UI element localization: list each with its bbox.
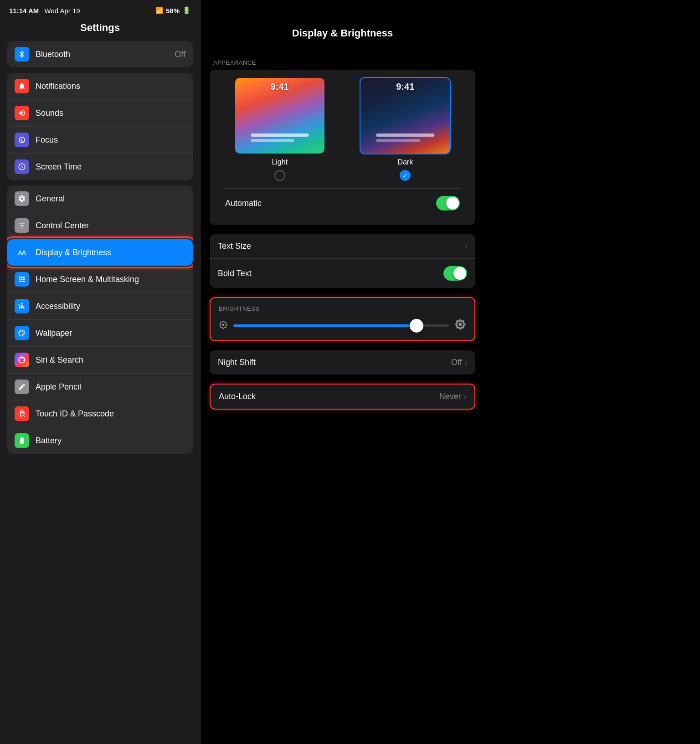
display-brightness-icon: AA <box>15 245 29 260</box>
apple-pencil-label: Apple Pencil <box>36 382 185 392</box>
accessibility-label: Accessibility <box>36 302 185 311</box>
brightness-low-icon <box>219 320 228 332</box>
brightness-high-icon <box>454 318 466 333</box>
general-icon <box>15 191 29 206</box>
night-shift-label: Night Shift <box>218 358 451 367</box>
light-label: Light <box>272 158 288 166</box>
bold-text-label: Bold Text <box>218 269 443 278</box>
sidebar-item-control-center[interactable]: Control Center <box>7 212 193 239</box>
status-right: 📶 58% 🔋 <box>155 6 191 15</box>
time: 11:14 AM <box>9 7 39 15</box>
auto-lock-row[interactable]: Auto-Lock Never › <box>211 385 474 409</box>
siri-search-label: Siri & Search <box>36 355 185 365</box>
touch-id-label: Touch ID & Passcode <box>36 409 185 419</box>
appearance-card: 9:41 Light 9:41 <box>210 70 475 225</box>
light-radio[interactable] <box>274 170 285 181</box>
screen-time-label: Screen Time <box>36 162 185 172</box>
auto-lock-value: Never <box>439 392 461 401</box>
battery-nav-icon <box>15 433 29 448</box>
display-brightness-label: Display & Brightness <box>36 248 185 257</box>
brightness-section-label: BRIGHTNESS <box>219 305 466 312</box>
brightness-slider-track[interactable] <box>233 324 449 327</box>
notifications-icon <box>15 79 29 93</box>
brightness-slider-thumb[interactable] <box>410 319 423 333</box>
bold-text-row: Bold Text <box>210 259 475 288</box>
control-center-icon <box>15 218 29 233</box>
sounds-label: Sounds <box>36 108 185 118</box>
dark-thumb: 9:41 <box>360 77 451 154</box>
sidebar-item-general[interactable]: General <box>7 185 193 212</box>
sidebar-item-display-brightness[interactable]: AA Display & Brightness <box>7 239 193 266</box>
svg-point-1 <box>20 333 21 334</box>
appearance-section-label: APPEARANCE <box>213 59 475 66</box>
appearance-options: 9:41 Light 9:41 <box>217 77 468 181</box>
panel-title: Display & Brightness <box>210 0 475 50</box>
text-size-chevron: › <box>465 242 467 251</box>
sidebar-item-battery[interactable]: Battery <box>7 427 193 454</box>
control-center-label: Control Center <box>36 221 185 231</box>
svg-point-0 <box>21 303 23 304</box>
appearance-option-light[interactable]: 9:41 Light <box>234 77 325 181</box>
bluetooth-icon <box>15 47 29 62</box>
text-size-row[interactable]: Text Size › <box>210 234 475 259</box>
bold-text-toggle[interactable] <box>443 266 467 281</box>
svg-point-4 <box>23 333 24 334</box>
light-thumb: 9:41 <box>234 77 325 154</box>
sidebar-item-accessibility[interactable]: Accessibility <box>7 293 193 320</box>
sidebar-item-wallpaper[interactable]: Wallpaper <box>7 320 193 347</box>
general-label: General <box>36 194 185 204</box>
home-screen-label: Home Screen & Multitasking <box>36 275 185 284</box>
wifi-icon: 📶 <box>155 7 163 14</box>
automatic-row: Automatic <box>217 189 468 218</box>
sidebar-item-siri-search[interactable]: Siri & Search <box>7 347 193 374</box>
auto-lock-card: Auto-Lock Never › <box>210 384 475 410</box>
bluetooth-value: Off <box>175 50 185 59</box>
brightness-row <box>219 318 466 333</box>
sidebar-section-2: Notifications Sounds Focus Screen Time <box>7 73 193 180</box>
battery-percent: 58% <box>166 7 180 15</box>
notifications-label: Notifications <box>36 82 185 91</box>
sidebar-item-apple-pencil[interactable]: Apple Pencil <box>7 374 193 400</box>
status-bar: 11:14 AM Wed Apr 19 📶 58% 🔋 <box>0 0 200 18</box>
main-panel: Display & Brightness APPEARANCE 9:41 Lig… <box>201 0 484 744</box>
wallpaper-icon <box>15 326 29 340</box>
brightness-card: BRIGHTNESS <box>210 297 475 341</box>
automatic-label: Automatic <box>225 199 436 208</box>
sidebar-item-sounds[interactable]: Sounds <box>7 100 193 127</box>
status-time-date: 11:14 AM Wed Apr 19 <box>9 7 80 15</box>
night-shift-value: Off <box>451 358 462 367</box>
date: Wed Apr 19 <box>44 7 80 15</box>
battery-label: Battery <box>36 436 185 446</box>
automatic-toggle[interactable] <box>436 196 460 210</box>
night-shift-card: Night Shift Off › <box>210 350 475 375</box>
dark-radio[interactable]: ✓ <box>400 170 411 181</box>
bold-text-toggle-knob <box>453 267 466 280</box>
sounds-icon <box>15 106 29 120</box>
night-shift-chevron: › <box>465 359 467 367</box>
night-shift-row[interactable]: Night Shift Off › <box>210 350 475 375</box>
focus-label: Focus <box>36 135 185 145</box>
automatic-toggle-knob <box>446 197 459 210</box>
text-display-card: Text Size › Bold Text <box>210 234 475 288</box>
svg-point-5 <box>222 323 225 326</box>
brightness-slider-fill <box>233 324 417 327</box>
appearance-option-dark[interactable]: 9:41 Dark ✓ <box>360 77 451 181</box>
sidebar-section-3: General Control Center AA Display & Brig… <box>7 185 193 454</box>
battery-icon: 🔋 <box>182 6 191 15</box>
svg-point-6 <box>458 323 462 326</box>
dark-label: Dark <box>397 158 413 166</box>
focus-icon <box>15 133 29 147</box>
sidebar-title: Settings <box>0 18 200 41</box>
bluetooth-label: Bluetooth <box>36 50 175 59</box>
touch-id-icon <box>15 406 29 421</box>
sidebar-item-screen-time[interactable]: Screen Time <box>7 154 193 180</box>
sidebar-item-touch-id[interactable]: Touch ID & Passcode <box>7 400 193 427</box>
text-size-label: Text Size <box>218 241 465 251</box>
auto-lock-chevron: › <box>464 393 466 401</box>
sidebar-item-notifications[interactable]: Notifications <box>7 73 193 100</box>
screen-time-icon <box>15 159 29 174</box>
sidebar-item-focus[interactable]: Focus <box>7 127 193 154</box>
accessibility-icon <box>15 299 29 313</box>
sidebar-item-bluetooth[interactable]: Bluetooth Off <box>7 41 193 67</box>
sidebar-item-home-screen[interactable]: Home Screen & Multitasking <box>7 266 193 293</box>
